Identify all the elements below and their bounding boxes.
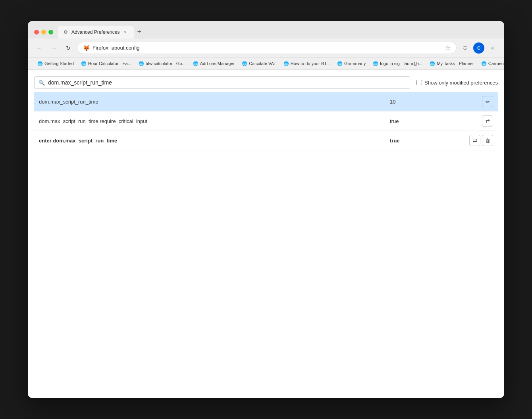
- traffic-lights: [34, 30, 53, 35]
- pref-name-1: dom.max_script_run_time: [39, 99, 390, 105]
- search-box[interactable]: 🔍: [34, 76, 410, 89]
- address-bar[interactable]: 🦊 Firefox about:config ☆: [77, 42, 457, 54]
- fullscreen-button[interactable]: [48, 30, 53, 35]
- toggle-pref-button-2[interactable]: ⇄: [482, 115, 493, 127]
- menu-button[interactable]: ≡: [487, 42, 498, 54]
- bookmark-grammarly[interactable]: 🌐 Grammarly: [334, 60, 369, 67]
- pocket-button[interactable]: 🛡: [460, 42, 471, 54]
- pref-actions-1: ✏: [469, 96, 493, 107]
- bookmark-carmen-laura[interactable]: 🌐 Carmen & Laura - Pl...: [478, 60, 504, 67]
- browser-name: Firefox: [93, 45, 108, 51]
- active-tab[interactable]: ⚙ Advanced Preferences ×: [58, 26, 134, 38]
- bookmark-label: How to do your BT...: [291, 61, 330, 66]
- preference-row-3[interactable]: enter dom.max_script_run_time true ⇄ 🗑: [34, 131, 498, 150]
- modified-preferences-checkbox[interactable]: [416, 80, 422, 85]
- toggle-pref-button-3[interactable]: ⇄: [469, 135, 480, 146]
- bookmark-addons[interactable]: 🌐 Add-ons Manager: [190, 60, 238, 67]
- tab-close-button[interactable]: ×: [122, 29, 128, 35]
- new-tab-button[interactable]: +: [134, 28, 145, 35]
- pref-value-2: true: [390, 118, 469, 124]
- bookmark-icon: 🌐: [81, 61, 87, 66]
- bookmarks-bar: 🌐 Getting Started 🌐 Hour Calculator - Ea…: [28, 58, 504, 70]
- bookmark-star-button[interactable]: ☆: [445, 44, 451, 52]
- bookmark-label: logo in sig - laura@r...: [380, 61, 422, 66]
- tab-settings-icon: ⚙: [64, 29, 69, 35]
- pref-actions-3: ⇄ 🗑: [469, 135, 493, 146]
- bookmark-btw-calculator[interactable]: 🌐 btw calculator - Go...: [135, 60, 189, 67]
- bookmark-label: Calculate VAT: [249, 61, 276, 66]
- search-input[interactable]: [48, 79, 406, 86]
- bookmark-bt[interactable]: 🌐 How to do your BT...: [280, 60, 333, 67]
- bookmark-getting-started[interactable]: 🌐 Getting Started: [34, 60, 77, 67]
- search-icon: 🔍: [39, 80, 45, 86]
- bookmark-label: Getting Started: [44, 61, 74, 66]
- bookmark-hour-calculator[interactable]: 🌐 Hour Calculator - Ea...: [78, 60, 135, 67]
- bookmark-label: btw calculator - Go...: [146, 61, 186, 66]
- preferences-list: dom.max_script_run_time 10 ✏ dom.max_scr…: [34, 92, 498, 150]
- back-button[interactable]: ←: [34, 42, 45, 54]
- pref-value-1: 10: [390, 99, 469, 105]
- forward-button[interactable]: →: [48, 42, 60, 54]
- bookmark-icon: 🌐: [37, 61, 43, 66]
- pref-value-3: true: [390, 138, 469, 144]
- profile-button[interactable]: C: [473, 42, 484, 54]
- bookmark-calculate-vat[interactable]: 🌐 Calculate VAT: [239, 60, 279, 67]
- page-content: 🔍 Show only modified preferences dom.max…: [28, 70, 504, 398]
- bookmark-icon: 🌐: [283, 61, 289, 66]
- bookmark-logo-sig[interactable]: 🌐 logo in sig - laura@r...: [370, 60, 426, 67]
- bookmark-icon: 🌐: [193, 61, 199, 66]
- preference-row-1[interactable]: dom.max_script_run_time 10 ✏: [34, 92, 498, 111]
- search-area: 🔍 Show only modified preferences: [34, 76, 498, 89]
- bookmark-icon: 🌐: [481, 61, 487, 66]
- preference-row-2[interactable]: dom.max_script_run_time.require_critical…: [34, 111, 498, 131]
- bookmark-label: Hour Calculator - Ea...: [88, 61, 131, 66]
- pref-name-3: enter dom.max_script_run_time: [39, 138, 390, 144]
- url-display: about:config: [112, 45, 140, 51]
- modified-preferences-label: Show only modified preferences: [424, 80, 498, 86]
- bookmark-label: Add-ons Manager: [200, 61, 235, 66]
- reload-button[interactable]: ↻: [63, 42, 74, 54]
- pref-name-2: dom.max_script_run_time.require_critical…: [39, 118, 390, 124]
- minimize-button[interactable]: [41, 30, 46, 35]
- firefox-icon: 🦊: [83, 45, 89, 51]
- bookmark-icon: 🌐: [337, 61, 343, 66]
- bookmark-icon: 🌐: [373, 61, 378, 66]
- bookmark-icon: 🌐: [242, 61, 247, 66]
- bookmark-label: Carmen & Laura - Pl...: [488, 61, 504, 66]
- delete-pref-button-3[interactable]: 🗑: [482, 135, 493, 146]
- toolbar: ← → ↻ 🦊 Firefox about:config ☆ 🛡 C ≡: [28, 38, 504, 58]
- bookmark-icon: 🌐: [430, 61, 435, 66]
- close-button[interactable]: [34, 30, 39, 35]
- bookmark-label: Grammarly: [344, 61, 366, 66]
- tab-label: Advanced Preferences: [71, 29, 120, 35]
- pref-actions-2: ⇄: [469, 115, 493, 127]
- edit-pref-button-1[interactable]: ✏: [482, 96, 493, 107]
- bookmark-label: My Tasks - Planner: [437, 61, 474, 66]
- title-bar: ⚙ Advanced Preferences × +: [28, 21, 504, 38]
- browser-window: ⚙ Advanced Preferences × + ← → ↻ 🦊 Firef…: [28, 21, 504, 398]
- toolbar-icons: 🛡 C ≡: [460, 42, 498, 54]
- bookmark-icon: 🌐: [139, 61, 144, 66]
- modified-filter: Show only modified preferences: [416, 80, 498, 86]
- bookmark-my-tasks[interactable]: 🌐 My Tasks - Planner: [426, 60, 477, 67]
